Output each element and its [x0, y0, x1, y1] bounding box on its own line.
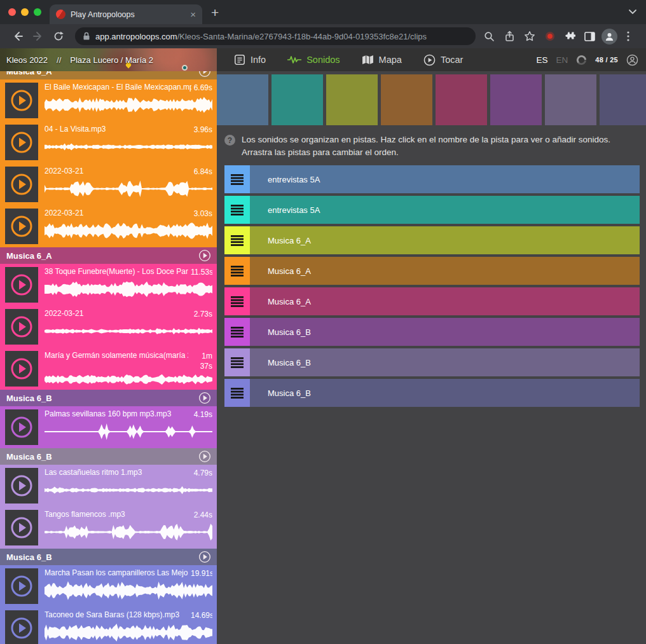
clip-body: 38 Toque Funebre(Muerte) - Los Doce Par.…	[45, 267, 212, 303]
track-row[interactable]: Musica 6_A	[224, 257, 640, 285]
track-name: entrevistas 5A	[268, 175, 320, 184]
clip-body: 2022-03-212.73s	[45, 309, 212, 345]
clip-play-button[interactable]	[5, 510, 38, 545]
browser-menu-kebab-icon[interactable]	[619, 27, 637, 45]
content-area: Musica 6_AEl Baile Mexicapan - El Baile …	[0, 71, 646, 644]
breadcrumb-project[interactable]: Kleos 2022	[6, 55, 48, 65]
side-panel-icon[interactable]	[581, 27, 599, 45]
account-icon[interactable]	[626, 54, 638, 66]
clip-play-button[interactable]	[5, 267, 38, 303]
drag-handle[interactable]	[224, 287, 250, 315]
clip-play-button[interactable]	[5, 309, 38, 345]
search-icon[interactable]	[481, 27, 498, 45]
close-window-button[interactable]	[8, 8, 16, 16]
drag-handle[interactable]	[224, 165, 250, 193]
sidebar-section: Musica 6_A38 Toque Funebre(Muerte) - Los…	[0, 247, 217, 390]
hamburger-icon	[231, 327, 244, 338]
section-header[interactable]: Musica 6_A	[0, 247, 217, 264]
nav-item-tocar[interactable]: Tocar	[413, 48, 474, 71]
track-swatch[interactable]	[436, 74, 487, 125]
clip-title: Marcha Pasan los campanilleros Las Mejor…	[45, 568, 188, 577]
section-header[interactable]: Musica 6_A	[0, 71, 217, 79]
track-row-body[interactable]: Musica 6_B	[250, 379, 640, 407]
new-tab-button[interactable]: +	[211, 5, 219, 20]
zoom-window-button[interactable]	[34, 8, 41, 16]
track-row-body[interactable]: entrevistas 5A	[250, 196, 640, 224]
nav-item-info[interactable]: Info	[223, 48, 277, 71]
tab-title: Play Antropoloops	[71, 10, 185, 19]
clip-play-button[interactable]	[5, 409, 38, 445]
section-clips: 38 Toque Funebre(Muerte) - Los Doce Par.…	[0, 264, 217, 390]
track-row[interactable]: Musica 6_B	[224, 348, 640, 376]
bookmark-star-icon[interactable]	[521, 27, 539, 45]
clip-play-button[interactable]	[5, 468, 38, 504]
track-swatch[interactable]	[545, 74, 596, 125]
extensions-puzzle-icon[interactable]	[561, 27, 579, 45]
browser-profile-avatar[interactable]	[601, 29, 617, 45]
minimize-window-button[interactable]	[21, 8, 29, 16]
track-name: Musica 6_B	[268, 358, 311, 367]
track-swatch[interactable]	[600, 74, 646, 125]
clip-play-button[interactable]	[5, 125, 38, 160]
track-row[interactable]: Musica 6_B	[224, 318, 640, 346]
clip-play-button[interactable]	[5, 351, 38, 387]
clip-waveform	[45, 373, 212, 387]
track-row-body[interactable]: Musica 6_A	[250, 226, 640, 254]
reload-button[interactable]	[50, 27, 67, 45]
track-swatch[interactable]	[271, 74, 323, 125]
clip-play-button[interactable]	[5, 610, 38, 644]
back-button[interactable]	[9, 27, 27, 45]
drag-handle[interactable]	[224, 257, 250, 285]
clip-play-button[interactable]	[5, 568, 38, 604]
drag-handle[interactable]	[224, 196, 250, 224]
track-row[interactable]: Musica 6_A	[224, 287, 640, 315]
section-title: Musica 6_B	[6, 452, 198, 462]
track-row-body[interactable]: entrevistas 5A	[250, 165, 640, 193]
track-row[interactable]: Musica 6_A	[224, 226, 640, 254]
clip-play-button[interactable]	[5, 209, 38, 244]
language-es-button[interactable]: ES	[536, 55, 547, 65]
share-icon[interactable]	[500, 27, 518, 45]
track-row[interactable]: Musica 6_B	[224, 379, 640, 407]
drag-handle[interactable]	[224, 379, 250, 407]
waveform-icon	[287, 55, 301, 65]
clip-title: El Baile Mexicapan - El Baile Mexicapan.…	[45, 83, 191, 92]
tab-search-chevron-icon[interactable]	[628, 9, 637, 15]
track-row[interactable]: entrevistas 5A	[224, 165, 640, 193]
section-play-icon	[198, 249, 211, 262]
section-header[interactable]: Musica 6_B	[0, 448, 217, 465]
track-row-body[interactable]: Musica 6_B	[250, 348, 640, 376]
track-swatch[interactable]	[326, 74, 378, 125]
sidebar-section: Musica 6_BMarcha Pasan los campanilleros…	[0, 549, 217, 644]
browser-tab[interactable]: Play Antropoloops ×	[50, 4, 202, 24]
nav-label-info: Info	[251, 55, 266, 65]
section-header[interactable]: Musica 6_B	[0, 549, 217, 565]
drag-handle[interactable]	[224, 318, 250, 346]
url-field[interactable]: app.antropoloops.com/Kleos-Santa-Marina/…	[75, 27, 476, 45]
clip-body: Tangos flamencos .mp32.44s	[45, 510, 212, 545]
play-icon	[10, 315, 33, 338]
breadcrumb[interactable]: Kleos 2022 // Plaza Lucero / María 2	[0, 48, 217, 71]
section-header[interactable]: Musica 6_B	[0, 390, 217, 406]
clip-play-button[interactable]	[5, 167, 38, 202]
clip-duration: 3.03s	[194, 209, 212, 219]
drag-handle[interactable]	[224, 348, 250, 376]
track-row-body[interactable]: Musica 6_A	[250, 257, 640, 285]
nav-item-mapa[interactable]: Mapa	[351, 48, 413, 71]
track-swatch[interactable]	[381, 74, 432, 125]
track-swatch[interactable]	[217, 74, 268, 125]
track-row-body[interactable]: Musica 6_B	[250, 318, 640, 346]
play-icon	[10, 516, 33, 539]
nav-item-sonidos[interactable]: Sonidos	[277, 48, 350, 71]
language-en-button[interactable]: EN	[556, 55, 568, 65]
hamburger-icon	[231, 266, 244, 277]
forward-button[interactable]	[29, 27, 47, 45]
track-swatch[interactable]	[490, 74, 542, 125]
track-row[interactable]: entrevistas 5A	[224, 196, 640, 224]
drag-handle[interactable]	[224, 226, 250, 254]
help-note: ? Los sonidos se organizan en pistas. Ha…	[224, 134, 637, 158]
tab-close-icon[interactable]: ×	[190, 10, 196, 19]
record-extension-icon[interactable]	[541, 27, 559, 45]
track-row-body[interactable]: Musica 6_A	[250, 287, 640, 315]
clip-play-button[interactable]	[5, 83, 38, 118]
